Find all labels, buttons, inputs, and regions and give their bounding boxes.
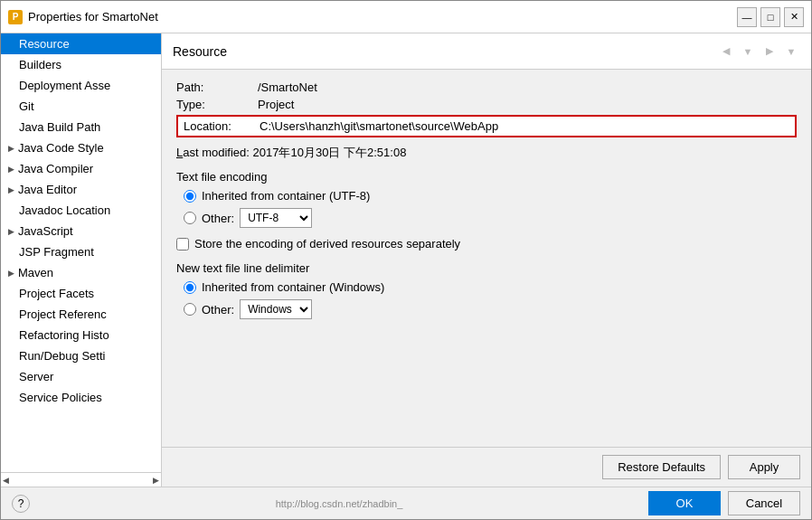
encoding-inherited-radio[interactable] xyxy=(184,190,196,203)
delimiter-inherited-label: Inherited from container (Windows) xyxy=(202,280,384,294)
sidebar-item-label: Maven xyxy=(18,266,53,279)
sidebar-item-label: Builders xyxy=(19,58,61,71)
sidebar-item-javascript[interactable]: ▶JavaScript xyxy=(1,221,161,241)
help-icon: ? xyxy=(18,497,24,510)
sidebar-item-label: JavaScript xyxy=(18,224,73,238)
panel-nav: ◀ ▼ ▶ ▼ xyxy=(717,43,800,61)
minimize-button[interactable]: — xyxy=(737,7,757,27)
location-row: Location: C:\Users\hanzh\git\smartonet\s… xyxy=(176,115,797,137)
sidebar-item-label: Javadoc Location xyxy=(19,203,110,217)
encoding-inherited-row: Inherited from container (UTF-8) xyxy=(176,189,797,203)
store-encoding-label: Store the encoding of derived resources … xyxy=(194,237,460,251)
scroll-right-icon[interactable]: ▶ xyxy=(153,476,159,485)
sidebar-item-javacodestyle[interactable]: ▶Java Code Style xyxy=(1,137,161,158)
path-row: Path: /SmartoNet xyxy=(176,80,797,94)
bottom-action-bar: Restore Defaults Apply xyxy=(162,447,811,487)
watermark: http://blog.csdn.net/zhadbin_ xyxy=(276,498,403,509)
sidebar-item-label: Java Editor xyxy=(18,183,77,196)
nav-back-button[interactable]: ◀ xyxy=(717,43,735,61)
encoding-other-label: Other: xyxy=(202,212,234,225)
help-button[interactable]: ? xyxy=(12,495,30,513)
footer: ? http://blog.csdn.net/zhadbin_ OK Cance… xyxy=(1,487,811,519)
sidebar-item-label: Java Code Style xyxy=(18,141,104,155)
right-panel: Resource ◀ ▼ ▶ ▼ Path: /SmartoNet Type: xyxy=(162,33,811,487)
sidebar-item-builders[interactable]: Builders xyxy=(1,54,161,75)
sidebar-item-label: Java Build Path xyxy=(19,120,100,134)
expand-arrow-icon: ▶ xyxy=(8,269,14,278)
sidebar-item-javaeditor[interactable]: ▶Java Editor xyxy=(1,179,161,200)
scroll-left-icon[interactable]: ◀ xyxy=(3,476,9,485)
path-value: /SmartoNet xyxy=(258,80,317,94)
sidebar-item-label: Project Facets xyxy=(19,287,94,300)
nav-dropdown-forward-button[interactable]: ▼ xyxy=(782,43,800,61)
window-controls: — □ ✕ xyxy=(737,7,804,27)
close-button[interactable]: ✕ xyxy=(784,7,804,27)
delimiter-inherited-row: Inherited from container (Windows) xyxy=(176,280,797,294)
sidebar-item-label: Server xyxy=(19,370,53,383)
type-label: Type: xyxy=(176,98,258,111)
sidebar-item-javadoclocation[interactable]: Javadoc Location xyxy=(1,200,161,221)
sidebar: ResourceBuildersDeployment AsseGitJava B… xyxy=(1,33,162,487)
sidebar-item-label: Git xyxy=(19,99,34,113)
nav-forward-button[interactable]: ▶ xyxy=(760,43,779,61)
type-value: Project xyxy=(258,98,294,111)
sidebar-item-maven[interactable]: ▶Maven xyxy=(1,262,161,283)
location-label: Location: xyxy=(184,119,260,133)
dialog-title: Properties for SmartoNet xyxy=(28,10,732,24)
maximize-button[interactable]: □ xyxy=(760,7,780,27)
restore-defaults-button[interactable]: Restore Defaults xyxy=(602,455,721,479)
store-encoding-checkbox[interactable] xyxy=(176,238,189,251)
cancel-button[interactable]: Cancel xyxy=(728,491,800,515)
last-modified-row: Last modified: 2017年10月30日 下午2:51:08 xyxy=(176,145,797,161)
ok-button[interactable]: OK xyxy=(648,491,721,515)
expand-arrow-icon: ▶ xyxy=(8,144,14,153)
apply-button[interactable]: Apply xyxy=(728,455,800,479)
sidebar-item-servicepolicies[interactable]: Service Policies xyxy=(1,387,161,408)
expand-arrow-icon: ▶ xyxy=(8,185,14,194)
sidebar-item-javabuildpath[interactable]: Java Build Path xyxy=(1,117,161,137)
dialog: P Properties for SmartoNet — □ ✕ Resourc… xyxy=(0,0,812,520)
sidebar-item-projectreference[interactable]: Project Referenc xyxy=(1,304,161,325)
encoding-inherited-label: Inherited from container (UTF-8) xyxy=(202,189,370,203)
path-label: Path: xyxy=(176,80,258,94)
delimiter-other-radio[interactable] xyxy=(184,303,196,316)
sidebar-item-label: Deployment Asse xyxy=(19,79,110,92)
store-encoding-row: Store the encoding of derived resources … xyxy=(176,237,797,251)
sidebar-item-rundebug[interactable]: Run/Debug Setti xyxy=(1,345,161,366)
encoding-section-text: Text file encoding xyxy=(176,170,267,184)
sidebar-item-label: Resource xyxy=(19,37,70,51)
delimiter-select[interactable]: Windows xyxy=(240,299,312,319)
panel-header: Resource ◀ ▼ ▶ ▼ xyxy=(162,33,811,70)
panel-title: Resource xyxy=(173,44,227,59)
sidebar-item-label: Java Compiler xyxy=(18,162,93,175)
sidebar-item-jspfragment[interactable]: JSP Fragment xyxy=(1,241,161,262)
delimiter-inherited-radio[interactable] xyxy=(184,281,196,294)
encoding-other-row: Other: UTF-8 xyxy=(176,208,797,228)
delimiter-other-row: Other: Windows xyxy=(176,299,797,319)
sidebar-item-label: JSP Fragment xyxy=(19,245,94,259)
main-content: ResourceBuildersDeployment AsseGitJava B… xyxy=(1,33,811,487)
sidebar-item-javacompiler[interactable]: ▶Java Compiler xyxy=(1,158,161,179)
sidebar-list: ResourceBuildersDeployment AsseGitJava B… xyxy=(1,33,161,472)
last-modified-value: 2017年10月30日 下午2:51:08 xyxy=(253,146,407,159)
encoding-other-radio[interactable] xyxy=(184,212,196,224)
expand-arrow-icon: ▶ xyxy=(8,165,14,174)
sidebar-item-deployment[interactable]: Deployment Asse xyxy=(1,75,161,96)
nav-dropdown-back-button[interactable]: ▼ xyxy=(739,43,757,61)
delimiter-section-label: New text file line delimiter xyxy=(176,261,797,275)
expand-arrow-icon: ▶ xyxy=(8,227,14,236)
sidebar-item-label: Refactoring Histo xyxy=(19,328,109,342)
sidebar-item-label: Run/Debug Setti xyxy=(19,349,105,363)
sidebar-item-refactoringhistory[interactable]: Refactoring Histo xyxy=(1,325,161,345)
sidebar-item-git[interactable]: Git xyxy=(1,96,161,117)
sidebar-item-server[interactable]: Server xyxy=(1,366,161,387)
sidebar-item-resource[interactable]: Resource xyxy=(1,33,161,54)
store-encoding-text: Store the encoding of derived resources … xyxy=(194,237,460,251)
panel-body: Path: /SmartoNet Type: Project Location:… xyxy=(162,70,811,447)
ok-cancel-buttons: OK Cancel xyxy=(648,491,800,515)
sidebar-scrollbar: ◀ ▶ xyxy=(1,472,161,487)
sidebar-item-projectfacets[interactable]: Project Facets xyxy=(1,283,161,304)
title-bar: P Properties for SmartoNet — □ ✕ xyxy=(1,1,811,33)
delimiter-other-label: Other: xyxy=(202,303,234,317)
encoding-select[interactable]: UTF-8 xyxy=(240,208,312,228)
